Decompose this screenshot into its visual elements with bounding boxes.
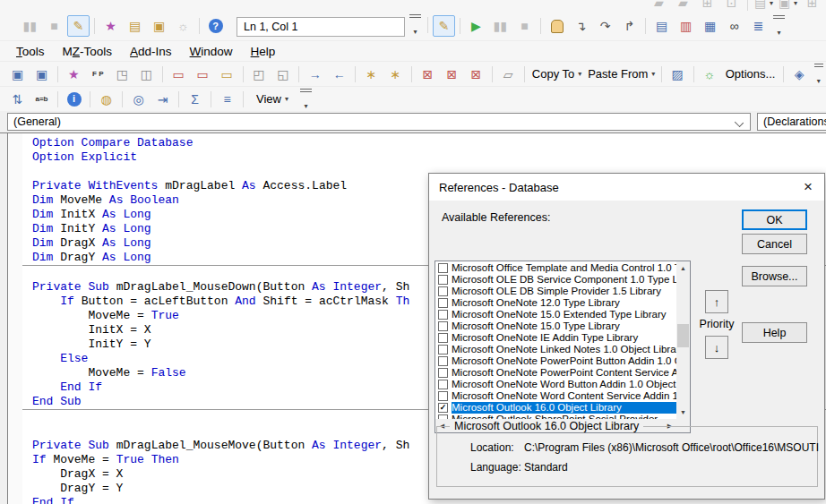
browse-button[interactable]: Browse... [742,266,807,286]
database-icon[interactable]: ◍ [95,89,117,110]
cancel-button[interactable]: Cancel [742,234,807,254]
menu-window[interactable]: Window [181,42,242,61]
watch-window-icon[interactable]: ▦ [699,15,721,37]
locals-window-icon[interactable]: ▤ [650,15,673,37]
reference-checkbox[interactable] [438,345,448,355]
reference-checkbox[interactable]: ✓ [438,403,448,413]
menu-mz-tools[interactable]: MZ-Tools [54,42,122,61]
immediate-window-icon[interactable]: ▥ [675,15,697,37]
reference-checkbox[interactable] [438,275,448,285]
insert-procedure-header-icon[interactable]: ▭ [192,64,214,85]
design-mode-icon[interactable]: ✎ [67,15,90,37]
reference-checkbox[interactable] [438,391,448,401]
reference-list-item[interactable]: Microsoft OneNote PowerPoint Button Addi… [435,355,676,367]
scroll-thumb[interactable] [677,324,689,347]
break-hand-icon[interactable] [546,15,568,37]
reference-checkbox[interactable] [438,286,448,296]
statistics-icon[interactable]: i [63,89,85,110]
toolbar-overflow[interactable]: ▾ [300,89,312,110]
close-icon[interactable]: × [792,174,824,201]
step-out-icon[interactable]: ↱ [618,15,641,37]
align-icon[interactable]: ▤▾ [753,0,775,13]
reference-list-item[interactable]: Microsoft OneNote Linked Notes 1.0 Objec… [435,344,676,355]
reference-list-item[interactable]: ✓Microsoft Outlook 16.0 Object Library [435,402,676,414]
reference-list-item[interactable]: Microsoft OneNote Word Button Addin 1.0 … [435,379,676,390]
remove-dead-code-icon[interactable]: ⊠ [417,64,439,85]
reference-checkbox[interactable] [438,380,448,389]
remove-error-handler-icon[interactable]: ◱ [271,64,294,85]
reference-list-item[interactable]: Microsoft OneNote 15.0 Extended Type Lib… [435,309,676,320]
reference-list-item[interactable]: Microsoft OneNote Word Content Service A… [435,390,676,402]
group-icon[interactable]: ⊞ [696,0,718,13]
help-book-icon[interactable]: ◈ [788,64,811,85]
center-icon[interactable]: ▣▾ [777,0,799,13]
step-over-icon[interactable]: ↷ [594,15,616,37]
object-dropdown[interactable]: (General) [7,113,751,131]
stop-icon[interactable]: ■ [43,15,65,37]
copy-to-button[interactable]: Copy To▾ [529,64,584,85]
add-line-numbers-icon[interactable]: ∗ [360,64,383,85]
procedure-list-icon[interactable]: ▣ [30,64,53,85]
rename-icon[interactable]: a=b [30,89,53,110]
run-icon[interactable]: ▶ [465,15,487,37]
toolbar-overflow[interactable]: ▾ [773,15,785,37]
options-tools-icon[interactable]: ☼ [698,64,720,85]
new-procedure-icon[interactable]: ★ [63,64,85,85]
dialog-titlebar[interactable]: References - Database [429,174,824,201]
reference-checkbox[interactable] [438,333,448,343]
scroll-up-button[interactable]: ▲ [676,261,690,275]
reference-list-item[interactable]: Microsoft OLE DB Service Component 1.0 T… [435,274,676,286]
wizard-icon[interactable]: ★ [99,15,122,37]
help-button[interactable]: Help [742,322,807,343]
ungroup-icon[interactable]: ⊡ [720,0,743,13]
summation-icon[interactable]: Σ [184,89,206,110]
reference-list-item[interactable]: Microsoft OneNote 12.0 Type Library [435,297,676,309]
outline-icon[interactable]: ≡ [216,89,238,110]
remove-line-numbers-icon[interactable]: ∗ [384,64,407,85]
clean-project-icon[interactable]: ⊠ [465,64,487,85]
reference-list-item[interactable]: Microsoft OneNote 15.0 Type Library [435,320,676,332]
reference-list-item[interactable]: Microsoft OneNote IE Addin Type Library [435,332,676,344]
pause-icon[interactable]: ▮▮ [489,15,512,37]
reference-list-item[interactable]: Microsoft Office Template and Media Cont… [435,262,676,274]
outdent-icon[interactable]: ← [328,64,350,85]
reference-checkbox[interactable] [438,263,448,273]
reference-checkbox[interactable] [438,368,448,378]
reference-list-item[interactable]: Microsoft OLE DB Simple Provider 1.5 Lib… [435,286,676,297]
design-mode-icon[interactable]: ✎ [433,15,455,37]
insert-header-icon[interactable]: ▭ [168,64,190,85]
options-button[interactable]: Options... [722,64,778,85]
menu-add-ins[interactable]: Add-Ins [121,42,181,61]
view-dropdown[interactable]: View▾ [248,89,297,110]
export-icon[interactable]: ⇥ [151,89,174,110]
reference-checkbox[interactable] [438,356,448,366]
insert-comment-icon[interactable]: ▭ [216,64,238,85]
properties-icon[interactable]: ▤ [124,15,146,37]
reference-list-item[interactable]: Microsoft OneNote PowerPoint Content Ser… [435,367,676,379]
vertical-scrollbar[interactable]: ▲ ▼ [676,261,690,419]
reference-checkbox[interactable] [438,298,448,308]
quick-watch-icon[interactable]: ∞ [723,15,745,37]
help-icon[interactable]: ? [204,15,227,37]
same-size-icon[interactable]: ⊞ [801,0,823,13]
bring-to-front-icon[interactable]: ▰ [648,0,670,13]
remove-all-icon[interactable]: ⊠ [441,64,463,85]
reference-checkbox[interactable] [438,321,448,331]
stop-icon[interactable]: ■ [513,15,536,37]
priority-down-button[interactable]: ↓ [705,336,728,359]
web-browser-icon[interactable]: ◎ [127,89,150,110]
procedure-browser-icon[interactable]: ▣ [6,64,29,85]
indent-icon[interactable]: → [304,64,326,85]
priority-up-button[interactable]: ↑ [705,290,728,313]
reference-checkbox[interactable] [438,310,448,320]
tools-icon[interactable]: ☼ [172,15,194,37]
send-to-back-icon[interactable]: ▰ [672,0,694,13]
menu-help[interactable]: Help [242,42,285,61]
references-listbox[interactable]: Microsoft Office Template and Media Cont… [435,261,691,433]
margin-indicator-bar[interactable] [8,133,22,504]
ok-button[interactable]: OK [742,209,807,230]
toolbox-icon[interactable]: ▣ [148,15,170,37]
scroll-down-button[interactable]: ▼ [676,406,690,419]
pause-icon[interactable]: ▮▮ [19,15,41,37]
split-procedure-icon[interactable]: ◫ [135,64,158,85]
